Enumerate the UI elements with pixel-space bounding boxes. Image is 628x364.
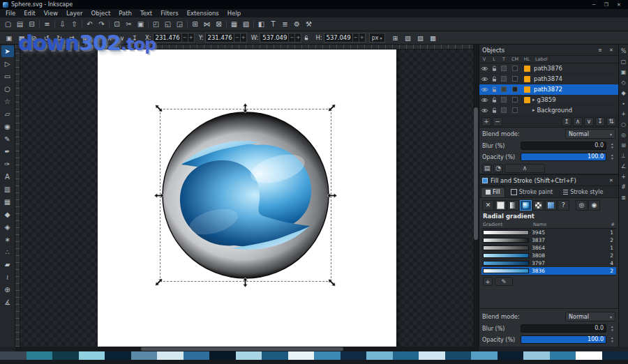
menu-item[interactable]: Path — [114, 10, 136, 17]
maximize-button[interactable]: ❐ — [600, 2, 613, 8]
blur-stepper[interactable]: ▴▾ — [608, 325, 615, 332]
highlight-color-chip[interactable] — [521, 66, 532, 72]
spiral-tool-icon[interactable]: ◉ — [1, 121, 14, 132]
palette-swatch[interactable] — [27, 351, 53, 360]
opacity-stepper[interactable]: ▴▾ — [608, 153, 615, 160]
height-input[interactable]: 537.049 − + — [324, 33, 366, 43]
move-to-top-icon[interactable]: ↥ — [562, 117, 571, 126]
lock-icon[interactable] — [489, 76, 499, 82]
palette-swatch[interactable] — [262, 351, 288, 360]
selection-handle-w[interactable] — [154, 190, 164, 200]
expander-icon[interactable]: ▸ — [532, 97, 535, 103]
node-tool-icon[interactable]: ▷ — [1, 58, 14, 70]
fill-rule-nonzero-icon[interactable]: ◉ — [588, 200, 600, 211]
objects-row[interactable]: ▸ Background — [479, 105, 618, 116]
snap-toggle-icon[interactable]: % — [619, 46, 628, 56]
undo-icon[interactable]: ↶ — [84, 19, 96, 29]
copy-icon[interactable]: ⊡ — [111, 19, 123, 29]
blur-stepper[interactable]: ▴▾ — [608, 142, 615, 149]
pencil-tool-icon[interactable]: ✎ — [1, 133, 14, 145]
palette-swatch[interactable] — [602, 351, 628, 360]
palette-swatch[interactable] — [79, 351, 105, 360]
3864[interactable]: 3864 1 — [481, 244, 616, 252]
redo-icon[interactable]: ↷ — [96, 19, 107, 29]
new-item-button[interactable]: + — [481, 117, 491, 126]
snap-nodes-icon[interactable]: ◆ — [619, 88, 628, 98]
menu-item[interactable]: Help — [223, 10, 245, 17]
snap-rotation-centers-icon[interactable]: ⊥ — [619, 151, 628, 160]
separator[interactable] — [107, 19, 111, 29]
snap-guides-icon[interactable]: ≣ — [619, 192, 628, 202]
lock-icon[interactable] — [489, 97, 499, 103]
objects-row[interactable]: ▸ g3859 — [479, 95, 618, 105]
visibility-eye-icon[interactable] — [479, 98, 489, 103]
opacity-slider[interactable]: 100.0 — [521, 335, 606, 344]
visibility-eye-icon[interactable] — [479, 77, 489, 82]
h-spin-minus[interactable]: − — [352, 33, 359, 42]
lock-ratio-icon[interactable] — [304, 35, 309, 41]
highlight-color-chip[interactable] — [521, 76, 532, 82]
export-icon[interactable]: ⇧ — [68, 19, 80, 29]
tab-stroke-style[interactable]: Stroke style — [558, 187, 608, 197]
zoom-tool-icon[interactable]: ⊕ — [1, 284, 14, 296]
new-document-icon[interactable]: ▢ — [2, 19, 14, 29]
scale-corners-toggle-icon[interactable]: ▧ — [402, 33, 414, 43]
snap-path-intersections-icon[interactable]: ∙ — [619, 98, 628, 108]
calligraphy-tool-icon[interactable]: ✑ — [1, 158, 14, 170]
palette-swatch[interactable] — [366, 351, 393, 360]
visibility-eye-icon[interactable] — [479, 66, 489, 71]
close-button[interactable]: ✕ — [613, 2, 625, 8]
3837[interactable]: 3837 2 — [481, 236, 616, 244]
eraser-tool-icon[interactable]: ▰ — [1, 259, 14, 271]
horizontal-scrollbar-thumb[interactable] — [141, 347, 343, 351]
group-icon[interactable]: ▦ — [228, 19, 240, 29]
selection-handle-s[interactable] — [241, 278, 251, 287]
move-to-bottom-icon[interactable]: ↧ — [595, 117, 605, 126]
tweak-tool-icon[interactable]: ∗ — [1, 234, 14, 245]
layers-list-icon[interactable]: ▤ — [482, 164, 492, 173]
separator[interactable] — [80, 19, 84, 29]
snap-smooth-nodes-icon[interactable]: ○ — [619, 119, 628, 129]
highlight-color-chip[interactable] — [521, 107, 532, 114]
flat-color-icon[interactable] — [495, 200, 507, 211]
snap-cusp-nodes-icon[interactable]: + — [619, 109, 628, 119]
palette-swatch[interactable] — [105, 351, 131, 360]
highlight-color-chip[interactable] — [521, 86, 532, 93]
palette-swatch[interactable] — [288, 351, 315, 360]
palette-swatch[interactable] — [157, 351, 184, 360]
palette-swatch[interactable] — [52, 351, 79, 360]
palette-swatch[interactable] — [471, 351, 498, 360]
zoom-selection-icon[interactable]: ◲ — [174, 19, 186, 29]
separator[interactable] — [147, 19, 150, 29]
separator[interactable] — [252, 19, 255, 29]
fill-stroke-dialog-icon[interactable]: ◧ — [255, 19, 267, 29]
objects-row[interactable]: ▸ path3872 — [479, 84, 618, 95]
y-spin-minus[interactable]: − — [234, 33, 240, 42]
delete-item-button[interactable]: − — [493, 117, 502, 126]
star-tool-icon[interactable]: ☆ — [1, 96, 14, 107]
separator[interactable] — [38, 19, 41, 29]
canvas[interactable] — [15, 45, 473, 347]
opacity-slider[interactable]: 100.0 — [521, 153, 606, 161]
panel-expand-button[interactable]: ∧ — [504, 164, 545, 173]
connector-tool-icon[interactable]: ≀ — [1, 271, 14, 283]
spray-tool-icon[interactable]: ∴ — [1, 246, 14, 258]
palette-swatch[interactable] — [419, 351, 445, 360]
unlink-clone-icon[interactable]: ⊠ — [213, 19, 225, 29]
menu-item[interactable]: Text — [136, 10, 156, 17]
fill-rule-evenodd-icon[interactable]: ◎ — [576, 200, 588, 211]
snap-bbox-corners-icon[interactable]: ◇ — [619, 77, 628, 87]
palette-swatch[interactable] — [0, 351, 27, 360]
3945[interactable]: 3945 1 — [481, 229, 616, 236]
palette-swatch[interactable] — [131, 351, 158, 360]
horizontal-scrollbar[interactable] — [15, 347, 473, 351]
vertical-scrollbar[interactable] — [473, 45, 479, 347]
move-gradients-toggle-icon[interactable]: ▨ — [414, 33, 427, 43]
palette-swatch[interactable] — [523, 351, 550, 360]
text-tool-icon[interactable]: A — [1, 171, 14, 183]
palette-swatch[interactable] — [445, 351, 472, 360]
y-spin-plus[interactable]: + — [240, 33, 246, 42]
preferences-icon[interactable]: ⚒ — [303, 19, 315, 29]
swatch-icon[interactable] — [545, 200, 557, 211]
visibility-eye-icon[interactable] — [479, 87, 489, 92]
